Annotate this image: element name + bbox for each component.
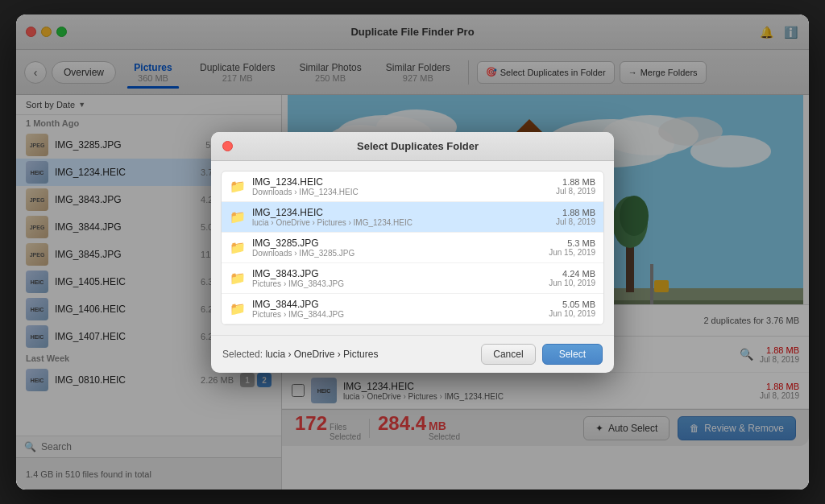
- modal-file-size: 1.88 MB: [556, 208, 595, 217]
- modal-titlebar: Select Duplicates Folder: [211, 132, 614, 161]
- modal-filename: IMG_3285.JPG: [252, 238, 542, 249]
- modal-list: 📁 IMG_1234.HEIC Downloads › IMG_1234.HEI…: [221, 171, 604, 325]
- modal-filepath: Downloads › IMG_1234.HEIC: [252, 188, 549, 196]
- modal-overlay: Select Duplicates Folder 📁 IMG_1234.HEIC…: [16, 14, 809, 490]
- modal-filename: IMG_1234.HEIC: [252, 207, 549, 218]
- modal-file-date: Jul 8, 2019: [556, 217, 595, 226]
- modal-file-info: IMG_1234.HEIC Downloads › IMG_1234.HEIC: [252, 176, 549, 196]
- modal-filename: IMG_3844.JPG: [252, 299, 542, 310]
- folder-icon: 📁: [230, 209, 246, 225]
- modal-selected-label: Selected: lucia › OneDrive › Pictures: [222, 349, 378, 360]
- modal-filepath: lucia › OneDrive › Pictures › IMG_1234.H…: [252, 218, 549, 227]
- folder-icon: 📁: [230, 240, 246, 255]
- modal-file-size: 5.3 MB: [549, 238, 595, 248]
- folder-icon: 📁: [230, 301, 246, 316]
- modal-list-row[interactable]: 📁 IMG_3843.JPG Pictures › IMG_3843.JPG 4…: [222, 263, 603, 294]
- modal-file-info: IMG_3844.JPG Pictures › IMG_3844.JPG: [252, 299, 542, 319]
- modal-title: Select Duplicates Folder: [233, 140, 603, 152]
- modal-list-row[interactable]: 📁 IMG_1234.HEIC lucia › OneDrive › Pictu…: [222, 202, 603, 233]
- selected-prefix: Selected:: [222, 349, 265, 360]
- modal-file-info: IMG_1234.HEIC lucia › OneDrive › Picture…: [252, 207, 549, 227]
- modal-footer: Selected: lucia › OneDrive › Pictures Ca…: [211, 335, 614, 373]
- modal-file-date: Jun 15, 2019: [549, 248, 595, 257]
- modal-file-info: IMG_3843.JPG Pictures › IMG_3843.JPG: [252, 268, 542, 288]
- modal-file-size: 5.05 MB: [549, 300, 595, 309]
- modal-file-meta: 5.05 MB Jun 10, 2019: [549, 300, 595, 318]
- modal-file-info: IMG_3285.JPG Downloads › IMG_3285.JPG: [252, 238, 542, 258]
- folder-icon: 📁: [230, 179, 246, 194]
- modal-file-meta: 5.3 MB Jun 15, 2019: [549, 238, 595, 257]
- modal-file-meta: 4.24 MB Jun 10, 2019: [549, 269, 595, 287]
- modal-list-row[interactable]: 📁 IMG_3285.JPG Downloads › IMG_3285.JPG …: [222, 233, 603, 263]
- modal-select-button[interactable]: Select: [542, 344, 603, 365]
- modal-filepath: Pictures › IMG_3844.JPG: [252, 310, 542, 319]
- modal-file-size: 1.88 MB: [556, 177, 595, 187]
- modal-file-date: Jun 10, 2019: [549, 279, 595, 287]
- modal-body: 📁 IMG_1234.HEIC Downloads › IMG_1234.HEI…: [211, 171, 614, 325]
- modal-filename: IMG_3843.JPG: [252, 268, 542, 279]
- modal-filepath: Pictures › IMG_3843.JPG: [252, 279, 542, 288]
- modal-file-size: 4.24 MB: [549, 269, 595, 279]
- selected-value: lucia › OneDrive › Pictures: [265, 349, 378, 360]
- modal-filename: IMG_1234.HEIC: [252, 176, 549, 188]
- modal-list-row[interactable]: 📁 IMG_3844.JPG Pictures › IMG_3844.JPG 5…: [222, 294, 603, 324]
- modal-dialog: Select Duplicates Folder 📁 IMG_1234.HEIC…: [211, 132, 614, 373]
- modal-cancel-button[interactable]: Cancel: [481, 344, 535, 365]
- modal-filepath: Downloads › IMG_3285.JPG: [252, 249, 542, 258]
- modal-close-button[interactable]: [222, 141, 233, 151]
- modal-file-meta: 1.88 MB Jul 8, 2019: [556, 177, 595, 196]
- modal-file-date: Jun 10, 2019: [549, 309, 595, 318]
- modal-file-date: Jul 8, 2019: [556, 187, 595, 196]
- modal-file-meta: 1.88 MB Jul 8, 2019: [556, 208, 595, 226]
- folder-icon: 📁: [230, 271, 246, 286]
- modal-list-row[interactable]: 📁 IMG_1234.HEIC Downloads › IMG_1234.HEI…: [222, 171, 603, 202]
